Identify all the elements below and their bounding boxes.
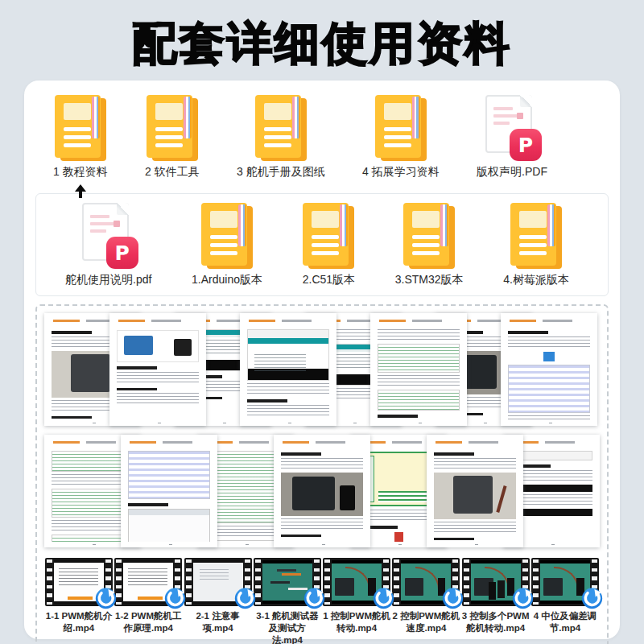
folder-icon — [55, 95, 106, 161]
document-page-thumbnail[interactable] — [121, 435, 217, 547]
pdf-text-line — [493, 114, 518, 118]
folder-bookmark-stripe — [238, 204, 246, 246]
file-label: 4.树莓派版本 — [503, 273, 569, 287]
file-item[interactable]: 3 舵机手册及图纸 — [237, 93, 325, 184]
folder-line — [519, 251, 547, 255]
play-icon[interactable] — [581, 588, 603, 609]
top-folder-row: 1 教程资料 2 软件工具 — [35, 93, 609, 184]
file-icon-wrap — [55, 93, 106, 161]
video-item[interactable]: 2-1 注意事项.mp4 — [184, 558, 252, 644]
folder-line — [264, 143, 291, 147]
doc-content-block — [434, 522, 516, 534]
doc-page-body — [121, 448, 217, 542]
video-filename: 2-1 注意事项.mp4 — [184, 610, 252, 634]
video-filmstrip-thumbnail — [323, 558, 390, 606]
folder-icon — [403, 203, 455, 269]
file-item[interactable]: P 舵机使用说明.pdf — [65, 201, 151, 287]
video-filmstrip-thumbnail — [462, 558, 530, 606]
document-page-thumbnail[interactable] — [109, 313, 206, 426]
materials-dashed-box: 1-1 PWM舵机介绍.mp4 1-2 PWM舵机工作原理.mp4 — [35, 304, 609, 644]
doc-content-block — [117, 372, 199, 384]
folder-line — [264, 127, 291, 131]
file-item[interactable]: 4.树莓派版本 — [503, 201, 569, 287]
folder-line — [384, 135, 411, 139]
folder-card — [264, 103, 291, 120]
file-item[interactable]: 1 教程资料 — [53, 93, 108, 184]
video-filename: 1 控制PWM舵机转动.mp4 — [323, 610, 390, 634]
file-icon-wrap — [375, 93, 427, 161]
play-icon[interactable] — [442, 588, 464, 609]
file-label: 版权声明.PDF — [477, 165, 547, 180]
video-item[interactable]: 3-1 舵机测试器及测试方法.mp4 — [254, 558, 321, 644]
folder-card — [412, 211, 440, 228]
document-page-thumbnail[interactable] — [501, 313, 597, 426]
folder-line — [412, 243, 440, 247]
doc-content-block — [281, 458, 363, 470]
folder-bookmark-stripe — [92, 97, 100, 138]
content-card: 1 教程资料 2 软件工具 — [24, 80, 620, 639]
doc-content-block — [434, 458, 516, 470]
video-item[interactable]: 3 控制多个PWM舵机转动.mp4 — [462, 558, 530, 644]
pdf-text-block — [114, 221, 120, 227]
folder-icon — [147, 95, 198, 161]
document-page-thumbnail[interactable] — [370, 313, 467, 426]
file-icon-wrap — [303, 201, 354, 269]
doc-page-header — [283, 441, 361, 444]
file-label: 3 舵机手册及图纸 — [237, 165, 325, 180]
folder-line — [155, 143, 183, 147]
doc-content-block — [52, 416, 92, 419]
doc-page-header — [130, 441, 208, 444]
doc-content-block — [378, 415, 418, 418]
folder-line — [210, 251, 237, 255]
file-item[interactable]: 3.STM32版本 — [395, 201, 464, 287]
video-item[interactable]: 1 控制PWM舵机转动.mp4 — [323, 558, 390, 644]
doc-page-body — [109, 327, 206, 420]
video-row: 1-1 PWM舵机介绍.mp4 1-2 PWM舵机工作原理.mp4 — [44, 556, 600, 644]
file-item[interactable]: 4 拓展学习资料 — [362, 93, 440, 184]
folder-line — [64, 135, 91, 139]
play-icon[interactable] — [303, 588, 325, 609]
folder-line — [264, 135, 291, 139]
folder-card — [64, 103, 91, 120]
pdf-text-line — [90, 222, 114, 225]
video-item[interactable]: 1-2 PWM舵机工作原理.mp4 — [114, 558, 182, 644]
play-icon[interactable] — [512, 588, 534, 609]
pdf-badge: P — [106, 237, 138, 269]
video-filename: 3-1 舵机测试器及测试方法.mp4 — [254, 610, 321, 644]
arrow-head — [75, 184, 86, 192]
file-icon-wrap: P — [79, 201, 138, 269]
folder-bookmark-stripe — [440, 204, 448, 246]
doc-content-block — [247, 399, 287, 402]
file-icon-wrap — [201, 201, 253, 269]
folder-card — [519, 211, 547, 228]
doc-thumbnails-row-1 — [44, 313, 600, 426]
folder-line — [384, 127, 411, 131]
play-icon[interactable] — [95, 588, 117, 609]
file-item[interactable]: P 版权声明.PDF — [477, 93, 547, 184]
play-icon[interactable] — [164, 588, 186, 609]
folder-line — [412, 235, 440, 239]
pdf-file-icon: P — [482, 95, 542, 161]
file-item[interactable]: 1.Arduino版本 — [192, 201, 262, 287]
play-icon[interactable] — [234, 588, 256, 609]
document-page-thumbnail[interactable] — [240, 313, 336, 426]
pdf-text-line — [90, 229, 106, 233]
file-item[interactable]: 2.C51版本 — [303, 201, 355, 287]
pdf-file-icon: P — [79, 203, 138, 269]
play-icon[interactable] — [373, 588, 394, 609]
doc-page-body — [240, 327, 336, 420]
folder-line — [210, 235, 237, 239]
video-filmstrip-thumbnail — [45, 558, 113, 606]
doc-content-block — [128, 503, 168, 506]
document-page-thumbnail[interactable] — [427, 435, 523, 547]
file-item[interactable]: 2 软件工具 — [145, 93, 200, 184]
pdf-dog-ear — [117, 203, 129, 215]
folder-line — [312, 251, 339, 255]
folder-icon — [375, 95, 427, 161]
doc-page-body — [370, 327, 467, 420]
document-page-thumbnail[interactable] — [274, 435, 370, 547]
video-item[interactable]: 2 控制PWM舵机速度.mp4 — [392, 558, 460, 644]
video-item[interactable]: 1-1 PWM舵机介绍.mp4 — [45, 558, 113, 644]
video-item[interactable]: 4 中位及偏差调节.mp4 — [531, 558, 599, 644]
doc-page-body — [274, 448, 370, 542]
